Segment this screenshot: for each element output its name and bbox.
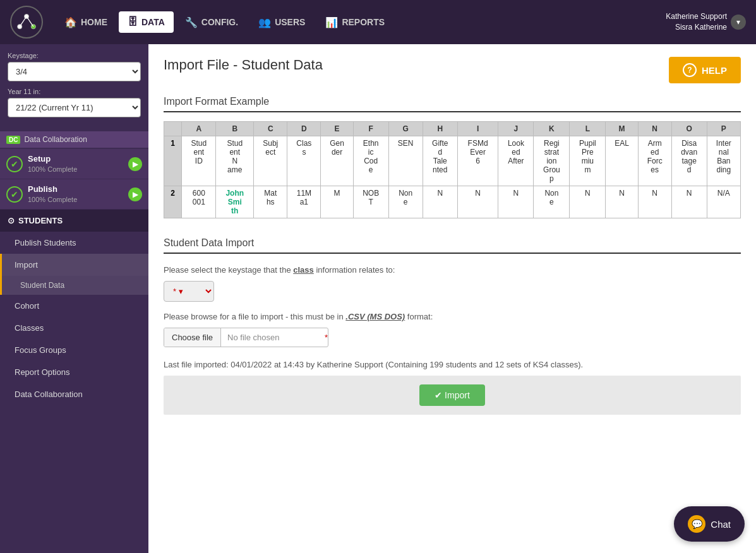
sidebar-nav: ⊙ STUDENTS Publish Students Import Stude… <box>0 210 148 553</box>
row-num-1: 1 <box>164 136 182 186</box>
user-dropdown-arrow[interactable]: ▾ <box>731 15 746 30</box>
choose-file-button[interactable]: Choose file <box>164 328 221 347</box>
top-navigation: 🏠 HOME 🗄 DATA 🔧 CONFIG. 👥 USERS 📊 REPORT… <box>0 0 756 44</box>
file-name-display: No file chosen <box>221 328 322 347</box>
file-prompt: Please browse for a file to import - thi… <box>164 312 741 321</box>
table-col-h: H <box>423 122 457 136</box>
dc-badge: DC Data Collaboration <box>0 131 148 148</box>
table-col-k: K <box>534 122 570 136</box>
table-col-n: N <box>638 122 671 136</box>
table-col-a: A <box>182 122 216 136</box>
keystage-select-wrap: * ▾ KS3 KS4 <box>164 281 741 302</box>
config-icon: 🔧 <box>185 16 198 28</box>
table-col-e: E <box>321 122 353 136</box>
import-action-bar: ✔ Import <box>164 376 741 415</box>
last-import-info: Last file imported: 04/01/2022 at 14:43 … <box>164 360 741 369</box>
page-header: Import File - Student Data ? HELP <box>164 57 741 83</box>
svg-line-4 <box>27 16 33 27</box>
dc-badge-box: DC <box>6 136 20 144</box>
sidebar-item-data-collaboration[interactable]: Data Collaboration <box>0 383 148 405</box>
setup-arrow[interactable]: ▶ <box>128 157 142 171</box>
file-input-wrap: Choose file No file chosen * <box>164 328 328 347</box>
svg-line-3 <box>20 16 27 27</box>
sidebar-item-focus-groups[interactable]: Focus Groups <box>0 339 148 361</box>
dc-publish-item[interactable]: ✔ Publish 100% Complete ▶ <box>0 179 148 210</box>
nav-users[interactable]: 👥 USERS <box>249 11 314 33</box>
table-col-b: B <box>216 122 254 136</box>
publish-title: Publish <box>28 184 77 195</box>
home-icon: 🏠 <box>64 16 77 28</box>
import-form: Please select the keystage that the clas… <box>164 263 741 417</box>
import-button[interactable]: ✔ Import <box>419 384 485 406</box>
sidebar-item-student-data[interactable]: Student Data <box>0 276 148 295</box>
setup-complete-icon: ✔ <box>6 156 23 172</box>
sidebar-filters: Keystage: 3/4 KS3 KS4 Year 11 in: 21/22 … <box>0 44 148 131</box>
keystage-label: Keystage: <box>8 52 141 59</box>
table-col-p: P <box>707 122 740 136</box>
required-star: * <box>325 333 328 342</box>
table-row-data: 2 600001 JohnSmith Maths 11Ma1 M NOBT No… <box>164 186 741 218</box>
table-row-header: 1 StudentID StudentName Subject Class Ge… <box>164 136 741 186</box>
sidebar-item-report-options[interactable]: Report Options <box>0 361 148 383</box>
reports-icon: 📊 <box>325 16 338 28</box>
table-col-l: L <box>570 122 606 136</box>
sidebar-item-import[interactable]: Import <box>0 254 148 276</box>
setup-title: Setup <box>28 154 77 165</box>
help-button[interactable]: ? HELP <box>669 57 741 83</box>
import-format-title: Import Format Example <box>164 96 741 107</box>
year11-label: Year 11 in: <box>8 88 141 95</box>
dc-setup-item[interactable]: ✔ Setup 100% Complete ▶ <box>0 149 148 179</box>
sidebar: Keystage: 3/4 KS3 KS4 Year 11 in: 21/22 … <box>0 44 148 553</box>
main-content: Import File - Student Data ? HELP Import… <box>148 44 756 553</box>
students-chevron-icon: ⊙ <box>8 216 15 225</box>
table-col-c: C <box>254 122 287 136</box>
publish-complete-icon: ✔ <box>6 186 23 203</box>
table-col-empty <box>164 122 182 136</box>
sidebar-item-publish-students[interactable]: Publish Students <box>0 232 148 254</box>
table-col-j: J <box>498 122 534 136</box>
nav-config[interactable]: 🔧 CONFIG. <box>176 11 247 33</box>
row-num-2: 2 <box>164 186 182 218</box>
nav-data[interactable]: 🗄 DATA <box>119 11 174 33</box>
nav-home[interactable]: 🏠 HOME <box>56 11 116 33</box>
setup-status: 100% Complete <box>28 165 77 174</box>
keystage-class-select[interactable]: * ▾ KS3 KS4 <box>164 281 214 302</box>
page-title: Import File - Student Data <box>164 57 323 73</box>
table-col-d: D <box>287 122 321 136</box>
section-divider <box>164 111 741 112</box>
sidebar-item-classes[interactable]: Classes <box>0 317 148 339</box>
students-header: ⊙ STUDENTS <box>0 210 148 232</box>
student-import-divider <box>164 253 741 254</box>
table-col-i: I <box>457 122 498 136</box>
nav-reports[interactable]: 📊 REPORTS <box>316 11 393 33</box>
table-col-g: G <box>388 122 423 136</box>
user-menu[interactable]: Katherine Support Sisra Katherine ▾ <box>666 11 746 33</box>
user-name: Katherine Support <box>666 11 727 22</box>
keystage-select[interactable]: 3/4 KS3 KS4 <box>8 62 141 81</box>
student-import-title: Student Data Import <box>164 237 741 249</box>
data-icon: 🗄 <box>128 16 138 28</box>
sidebar-item-cohort[interactable]: Cohort <box>0 295 148 317</box>
year11-select[interactable]: 21/22 (Current Yr 11) 20/21 <box>8 98 141 117</box>
help-question-mark: ? <box>683 63 697 77</box>
nav-links: 🏠 HOME 🗄 DATA 🔧 CONFIG. 👥 USERS 📊 REPORT… <box>56 11 666 33</box>
chat-icon: 💬 <box>688 515 705 533</box>
table-col-o: O <box>671 122 707 136</box>
logo <box>10 6 43 39</box>
table-col-f: F <box>353 122 388 136</box>
import-format-table: A B C D E F G H I J K L M N O P <box>164 121 741 218</box>
keystage-prompt: Please select the keystage that the clas… <box>164 265 741 275</box>
publish-status: 100% Complete <box>28 195 77 204</box>
users-icon: 👥 <box>258 16 271 28</box>
publish-arrow[interactable]: ▶ <box>128 187 142 201</box>
table-col-m: M <box>606 122 638 136</box>
user-org: Sisra Katherine <box>666 22 727 33</box>
chat-button[interactable]: 💬 Chat <box>674 506 745 542</box>
